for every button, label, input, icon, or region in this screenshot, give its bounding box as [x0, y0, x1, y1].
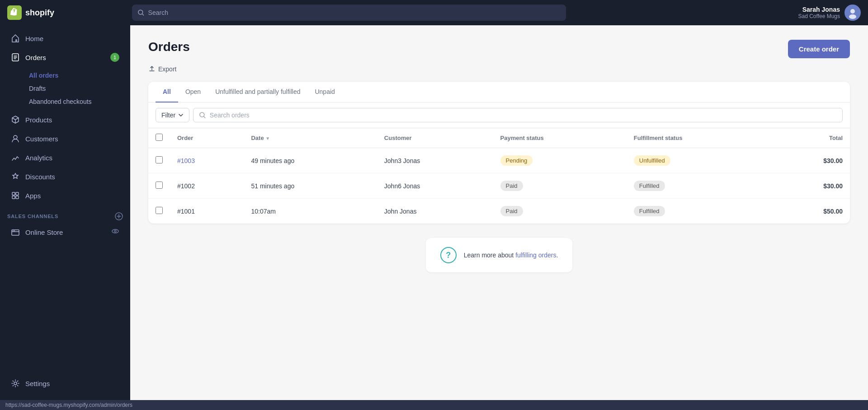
- svg-rect-8: [16, 192, 19, 195]
- tab-unfulfilled[interactable]: Unfulfilled and partially fulfilled: [208, 82, 307, 102]
- user-area[interactable]: Sarah Jonas Sad Coffee Mugs: [798, 5, 861, 21]
- row-order-2[interactable]: #1001: [170, 199, 244, 224]
- online-store-label: Online Store: [25, 228, 63, 236]
- add-sales-channel-button[interactable]: [115, 212, 123, 220]
- row-total-1: $30.00: [772, 173, 850, 199]
- export-icon: [148, 65, 156, 73]
- main-layout: Home Orders 1 All orders Drafts Abandone…: [0, 25, 868, 400]
- table-row[interactable]: #1001 10:07am John Jonas Paid Fulfilled …: [148, 199, 850, 224]
- page-header: Orders Create order: [148, 40, 850, 58]
- sidebar-item-label-products: Products: [25, 116, 52, 124]
- sidebar-item-customers[interactable]: Customers: [4, 130, 127, 148]
- apps-icon: [11, 191, 20, 200]
- row-checkbox-2[interactable]: [148, 199, 170, 224]
- tab-open[interactable]: Open: [178, 82, 208, 102]
- svg-point-16: [114, 230, 116, 232]
- online-store-icon: [11, 228, 20, 237]
- filter-button[interactable]: Filter: [156, 108, 189, 122]
- row-checkbox-1[interactable]: [148, 173, 170, 199]
- customers-icon: [11, 134, 20, 143]
- row-date-0: 49 minutes ago: [244, 148, 377, 173]
- col-header-order: Order: [170, 128, 244, 148]
- filter-bar: Filter: [148, 102, 850, 128]
- col-header-payment-status: Payment status: [493, 128, 627, 148]
- row-select-2[interactable]: [156, 207, 163, 214]
- row-customer-0: John3 Jonas: [377, 148, 493, 173]
- row-date-2: 10:07am: [244, 199, 377, 224]
- order-link-0[interactable]: #1003: [177, 157, 195, 164]
- row-checkbox-0[interactable]: [148, 148, 170, 173]
- orders-submenu: All orders Drafts Abandoned checkouts: [0, 67, 130, 110]
- sidebar-item-label-discounts: Discounts: [25, 173, 55, 181]
- sidebar-item-discounts[interactable]: Discounts: [4, 168, 127, 186]
- page-title: Orders: [148, 40, 190, 54]
- avatar[interactable]: [844, 5, 861, 21]
- svg-point-4: [849, 14, 856, 19]
- table-row[interactable]: #1002 51 minutes ago John6 Jonas Paid Fu…: [148, 173, 850, 199]
- orders-icon: [11, 53, 20, 62]
- row-fulfillment-status-2: Fulfilled: [627, 199, 772, 224]
- sidebar-item-online-store[interactable]: Online Store: [4, 223, 127, 242]
- row-total-0: $30.00: [772, 148, 850, 173]
- tab-unpaid[interactable]: Unpaid: [307, 82, 342, 102]
- sidebar-item-label-customers: Customers: [25, 135, 58, 143]
- status-url: https://sad-coffee-mugs.myshopify.com/ad…: [5, 402, 132, 408]
- sidebar-item-label-analytics: Analytics: [25, 154, 52, 162]
- row-total-2: $50.00: [772, 199, 850, 224]
- help-box: ? Learn more about fulfilling orders.: [426, 238, 573, 272]
- payment-status-badge-1: Paid: [500, 181, 523, 191]
- sidebar-item-drafts[interactable]: Drafts: [22, 82, 130, 95]
- orders-table: Order Date ▼ Customer Payment status: [148, 128, 850, 224]
- order-number-1: #1002: [177, 182, 195, 190]
- user-name: Sarah Jonas: [802, 6, 840, 13]
- search-bar[interactable]: [132, 5, 566, 21]
- orders-badge: 1: [110, 53, 119, 62]
- row-order-0[interactable]: #1003: [170, 148, 244, 173]
- fulfillment-status-badge-1: Fulfilled: [634, 181, 665, 191]
- sidebar-item-products[interactable]: Products: [4, 111, 127, 129]
- row-fulfillment-status-0: Unfulfilled: [627, 148, 772, 173]
- search-input[interactable]: [148, 9, 561, 16]
- row-select-0[interactable]: [156, 156, 163, 163]
- search-orders-input[interactable]: [210, 112, 837, 119]
- sidebar-item-abandoned[interactable]: Abandoned checkouts: [22, 95, 130, 108]
- col-header-fulfillment-status: Fulfillment status: [627, 128, 772, 148]
- sidebar-item-settings[interactable]: Settings: [4, 374, 127, 392]
- orders-table-body: #1003 49 minutes ago John3 Jonas Pending…: [148, 148, 850, 224]
- chevron-down-icon: [178, 112, 184, 118]
- svg-point-17: [14, 382, 17, 385]
- search-icon: [137, 9, 145, 16]
- row-fulfillment-status-1: Fulfilled: [627, 173, 772, 199]
- fulfillment-status-badge-0: Unfulfilled: [634, 155, 670, 166]
- eye-icon[interactable]: [111, 227, 119, 237]
- search-orders-bar[interactable]: [193, 108, 843, 122]
- payment-status-badge-0: Pending: [500, 155, 533, 166]
- tabs-bar: All Open Unfulfilled and partially fulfi…: [148, 82, 850, 102]
- sales-channels-label: SALES CHANNELS: [7, 214, 58, 219]
- svg-rect-9: [12, 196, 15, 199]
- col-header-date[interactable]: Date ▼: [244, 128, 377, 148]
- row-order-1[interactable]: #1002: [170, 173, 244, 199]
- fulfilling-orders-link[interactable]: fulfilling orders: [515, 252, 556, 259]
- search-orders-icon: [199, 112, 206, 119]
- sidebar-item-all-orders[interactable]: All orders: [22, 69, 130, 82]
- logo-area[interactable]: shopify: [7, 5, 125, 20]
- sidebar-item-home[interactable]: Home: [4, 29, 127, 47]
- select-all-checkbox[interactable]: [156, 134, 163, 141]
- sidebar-item-analytics[interactable]: Analytics: [4, 149, 127, 167]
- sidebar: Home Orders 1 All orders Drafts Abandone…: [0, 25, 130, 400]
- help-icon: ?: [440, 247, 457, 263]
- sidebar-item-apps[interactable]: Apps: [4, 186, 127, 205]
- table-row[interactable]: #1003 49 minutes ago John3 Jonas Pending…: [148, 148, 850, 173]
- sidebar-item-label-apps: Apps: [25, 192, 41, 200]
- export-link[interactable]: Export: [148, 65, 850, 73]
- col-header-total: Total: [772, 128, 850, 148]
- user-info: Sarah Jonas Sad Coffee Mugs: [798, 6, 840, 19]
- create-order-button[interactable]: Create order: [788, 40, 850, 58]
- tab-all[interactable]: All: [156, 82, 178, 102]
- svg-point-6: [14, 135, 17, 139]
- col-header-customer: Customer: [377, 128, 493, 148]
- svg-point-15: [112, 229, 118, 233]
- row-select-1[interactable]: [156, 182, 163, 189]
- sidebar-item-orders[interactable]: Orders 1: [4, 48, 127, 66]
